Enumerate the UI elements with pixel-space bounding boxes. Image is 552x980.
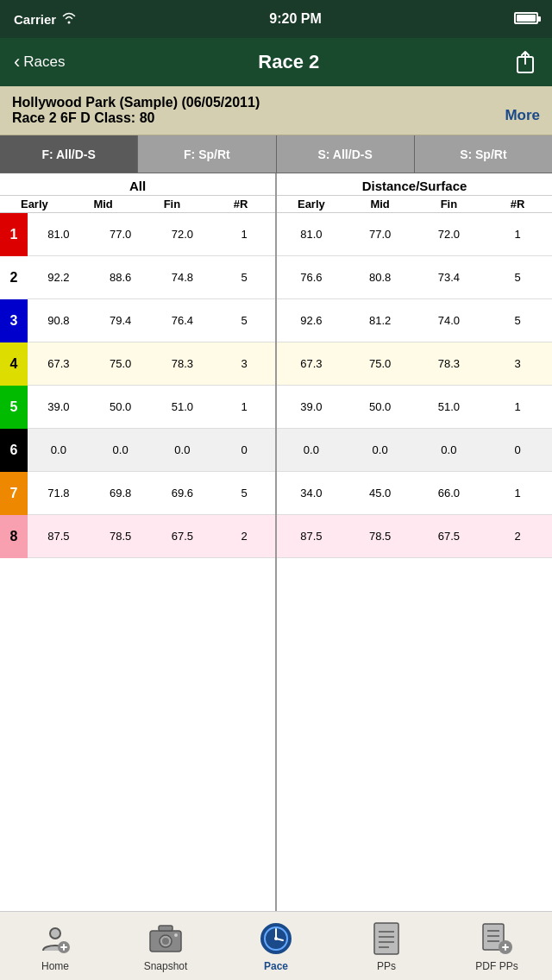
left-row-data: 90.8 79.4 76.4 5 (28, 314, 275, 327)
table-row: 76.6 80.8 73.4 5 (277, 256, 552, 299)
horse-number-badge: 3 (0, 299, 28, 342)
tabbar-home-label: Home (41, 960, 69, 972)
race-info-text: Hollywood Park (Sample) (06/05/2011) Rac… (12, 95, 260, 126)
horse-number-badge: 2 (0, 256, 28, 299)
tab-s-all-ds[interactable]: S: All/D-S (277, 135, 415, 173)
table-row: 67.3 75.0 78.3 3 (277, 342, 552, 386)
pdf-pps-icon (479, 920, 515, 957)
left-row-data: 67.3 75.0 78.3 3 (28, 357, 275, 370)
table-row: 2 92.2 88.6 74.8 5 (0, 256, 275, 299)
table-row: 39.0 50.0 51.0 1 (277, 386, 552, 429)
left-subheader: Early Mid Fin #R (0, 196, 275, 213)
race-subtitle: Race 2 6F D Class: 80 (12, 110, 260, 126)
table-row: 81.0 77.0 72.0 1 (277, 213, 552, 256)
more-button[interactable]: More (505, 95, 540, 124)
tabbar-pace[interactable]: Pace (224, 920, 328, 972)
right-rows: 81.0 77.0 72.0 1 76.6 80.8 73.4 5 92.6 8… (277, 213, 552, 558)
table-row: 0.0 0.0 0.0 0 (277, 429, 552, 472)
share-button[interactable] (512, 49, 538, 75)
pps-icon (368, 920, 405, 957)
snapshot-icon (147, 920, 184, 957)
pace-icon (258, 920, 294, 957)
tabbar-pps[interactable]: PPs (335, 920, 438, 972)
tabbar-pace-label: Pace (264, 960, 288, 972)
status-left: Carrier (14, 12, 77, 27)
horse-number-badge: 6 (0, 429, 28, 472)
tabbar-pps-label: PPs (377, 960, 396, 972)
table-row: 92.6 81.2 74.0 5 (277, 299, 552, 342)
table-row: 8 87.5 78.5 67.5 2 (0, 515, 275, 558)
race-info: Hollywood Park (Sample) (06/05/2011) Rac… (0, 86, 552, 135)
status-bar: Carrier 9:20 PM (0, 0, 552, 38)
nav-title: Race 2 (258, 51, 319, 73)
table-row: 34.0 45.0 66.0 1 (277, 472, 552, 515)
table-row: 4 67.3 75.0 78.3 3 (0, 342, 275, 386)
battery-icon (514, 12, 538, 27)
table-row: 3 90.8 79.4 76.4 5 (0, 299, 275, 342)
tab-f-sp-rt[interactable]: F: Sp/Rt (138, 135, 276, 173)
svg-rect-13 (374, 923, 398, 954)
table-row: 7 71.8 69.8 69.6 5 (0, 472, 275, 515)
left-row-data: 71.8 69.8 69.6 5 (28, 487, 275, 499)
svg-point-1 (50, 928, 60, 939)
race-title: Hollywood Park (Sample) (06/05/2011) (12, 95, 260, 110)
back-label: Races (23, 53, 65, 71)
left-header: All (0, 173, 275, 196)
status-time: 9:20 PM (269, 11, 321, 27)
filter-tabs: F: All/D-S F: Sp/Rt S: All/D-S S: Sp/Rt (0, 135, 552, 173)
horse-number-badge: 8 (0, 515, 28, 558)
left-row-data: 92.2 88.6 74.8 5 (28, 271, 275, 284)
left-row-data: 0.0 0.0 0.0 0 (28, 443, 275, 456)
tabbar-snapshot-label: Snapshot (144, 960, 188, 972)
svg-rect-6 (159, 926, 172, 931)
back-chevron-icon: ‹ (14, 51, 20, 73)
back-button[interactable]: ‹ Races (14, 51, 66, 73)
carrier-label: Carrier (14, 12, 56, 27)
svg-point-12 (274, 937, 278, 940)
left-row-data: 81.0 77.0 72.0 1 (28, 228, 275, 241)
nav-bar: ‹ Races Race 2 (0, 38, 552, 86)
horse-number-badge: 4 (0, 342, 28, 386)
tab-s-sp-rt[interactable]: S: Sp/Rt (415, 135, 552, 173)
horse-number-badge: 5 (0, 386, 28, 429)
svg-point-7 (174, 933, 178, 937)
left-rows: 1 81.0 77.0 72.0 1 2 92.2 88.6 74.8 5 3 … (0, 213, 275, 558)
horse-number-badge: 7 (0, 472, 28, 515)
data-table: All Early Mid Fin #R 1 81.0 77.0 72.0 1 … (0, 173, 552, 912)
tabbar-pdf-pps[interactable]: PDF PPs (445, 920, 549, 972)
tabbar-pdf-pps-label: PDF PPs (475, 960, 518, 972)
left-row-data: 87.5 78.5 67.5 2 (28, 530, 275, 543)
horse-number-badge: 1 (0, 213, 28, 256)
right-subheader: Early Mid Fin #R (277, 196, 552, 213)
left-table: All Early Mid Fin #R 1 81.0 77.0 72.0 1 … (0, 173, 277, 912)
tabbar-home[interactable]: Home (3, 920, 107, 972)
bottom-tab-bar: Home Snapshot Pace (0, 911, 552, 980)
tab-f-all-ds[interactable]: F: All/D-S (0, 135, 138, 173)
table-row: 6 0.0 0.0 0.0 0 (0, 429, 275, 472)
right-table: Distance/Surface Early Mid Fin #R 81.0 7… (277, 173, 552, 912)
home-icon (37, 920, 73, 957)
wifi-icon (61, 12, 77, 27)
svg-point-5 (162, 938, 169, 945)
table-row: 87.5 78.5 67.5 2 (277, 515, 552, 558)
right-header: Distance/Surface (277, 173, 552, 196)
left-row-data: 39.0 50.0 51.0 1 (28, 400, 275, 413)
tabbar-snapshot[interactable]: Snapshot (114, 920, 217, 972)
table-row: 1 81.0 77.0 72.0 1 (0, 213, 275, 256)
status-right (514, 12, 538, 27)
table-row: 5 39.0 50.0 51.0 1 (0, 386, 275, 429)
